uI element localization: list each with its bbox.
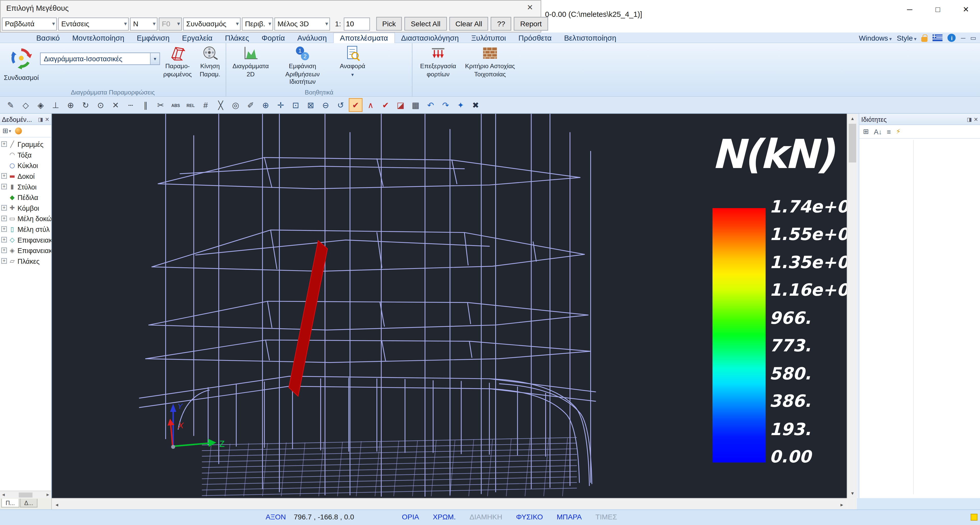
toolbar-icon[interactable]: ✕	[109, 98, 123, 112]
scroll-thumb[interactable]	[19, 492, 32, 497]
ribbon-tab[interactable]: Ξυλότυποι	[465, 32, 512, 43]
viewport-vscrollbar[interactable]: ▲ ▼	[847, 114, 857, 498]
categorized-view-icon[interactable]: ⊞	[863, 127, 869, 135]
tree-expander[interactable]: +	[1, 226, 7, 232]
scroll-left-arrow[interactable]: ◄	[1, 493, 6, 497]
toolbar-icon[interactable]: ⊖	[319, 98, 332, 112]
toolbar-icon[interactable]: ✔	[379, 98, 393, 112]
diagrams-2d-button[interactable]: Διαγράμματα 2D	[230, 45, 271, 78]
tree-item[interactable]: + ╱ Γραμμές	[0, 138, 51, 150]
lock-icon[interactable]	[921, 37, 928, 41]
toolbar-icon[interactable]: ◇	[19, 98, 32, 112]
pin-icon[interactable]: ◨	[967, 116, 972, 122]
lightning-icon[interactable]: ⚡	[896, 127, 901, 135]
ribbon-tab[interactable]: Πρόσθετα	[512, 32, 558, 43]
masonry-failure-criterion-button[interactable]: Κριτήριο Αστοχίας Τοιχοποιίας	[463, 45, 517, 78]
toolbar-icon[interactable]: ∧	[364, 98, 377, 112]
tree-expander[interactable]: +	[1, 247, 7, 253]
toolbar-icon[interactable]: ◎	[229, 98, 242, 112]
panel-splitter[interactable]	[857, 114, 859, 498]
dialog-select[interactable]: Περιβ.	[242, 17, 273, 30]
toolbar-icon[interactable]: REL	[184, 98, 197, 112]
show-numbering-button[interactable]: 1 2 Εμφάνιση Αριθμήσεων Ιδιοτήτων	[272, 45, 332, 86]
tree-expander[interactable]: +	[1, 215, 7, 221]
toolbar-icon[interactable]: ✔	[349, 98, 363, 112]
ribbon-tab[interactable]: Ανάλυση	[291, 32, 333, 43]
dialog-select[interactable]: F0	[159, 17, 182, 30]
style-menu[interactable]: Style	[897, 34, 916, 41]
toolbar-icon[interactable]: ╳	[214, 98, 228, 112]
vscroll-thumb[interactable]	[849, 124, 856, 163]
scroll-right-arrow[interactable]: ►	[837, 500, 847, 509]
viewport-hscrollbar[interactable]: ◄ ►	[52, 498, 847, 509]
toolbar-icon[interactable]: ✖	[469, 98, 482, 112]
pin-icon[interactable]: ◨	[38, 116, 43, 122]
ribbon-minimize-icon[interactable]: ─	[961, 35, 965, 41]
toolbar-icon[interactable]: ✦	[453, 98, 468, 112]
alert-indicator[interactable]	[970, 514, 977, 521]
ribbon-tab[interactable]: Βασικό	[30, 32, 66, 43]
scroll-left-arrow[interactable]: ◄	[52, 500, 62, 509]
toolbar-icon[interactable]: ∥	[139, 98, 153, 112]
toolbar-icon[interactable]: ✐	[244, 98, 258, 112]
scroll-up-arrow[interactable]: ▲	[848, 114, 858, 123]
toolbar-icon[interactable]: ↶	[424, 98, 438, 112]
tree-view-icon[interactable]: ⊞▾	[3, 127, 11, 135]
toolbar-icon[interactable]: ⊙	[94, 98, 107, 112]
ribbon-tab[interactable]: Πλάκες	[219, 32, 255, 43]
dialog-button[interactable]: Clear All	[449, 17, 488, 31]
dialog-button[interactable]: Select All	[405, 17, 447, 31]
panel-scrollbar[interactable]: ◄ ►	[0, 490, 51, 498]
ribbon-tab[interactable]: Εργαλεία	[176, 32, 219, 43]
dialog-select[interactable]: Συνδυασμός	[183, 17, 240, 30]
sort-az-icon[interactable]: A↓	[874, 128, 882, 135]
window-maximize-button[interactable]: □	[924, 0, 952, 19]
tree-expander[interactable]: +	[1, 173, 7, 179]
toolbar-icon[interactable]: ✛	[274, 98, 288, 112]
scroll-right-arrow[interactable]: ►	[46, 493, 50, 497]
panel-bottom-tab[interactable]: Π...	[1, 499, 19, 508]
toolbar-icon[interactable]: ✂	[154, 98, 167, 112]
toolbar-icon[interactable]: ⊠	[304, 98, 318, 112]
dialog-button[interactable]: ??	[491, 17, 511, 31]
tree-item[interactable]: ○ Κύκλοι	[0, 160, 51, 171]
status-toggle[interactable]: ΤΙΜΕΣ	[595, 513, 617, 520]
deformed-shape-button[interactable]: Παραμο- ρφωμένος	[161, 45, 194, 78]
toolbar-icon[interactable]: ✎	[4, 98, 18, 112]
tree-item[interactable]: + ▱ Πλάκες	[0, 256, 51, 266]
dialog-button[interactable]: Report	[514, 17, 548, 31]
toolbar-icon[interactable]: ↻	[79, 98, 92, 112]
tree-item[interactable]: + ▮ Στύλοι	[0, 181, 51, 192]
favorites-icon[interactable]	[15, 127, 22, 134]
chevron-down-icon[interactable]: ▾	[150, 53, 159, 64]
tree-item[interactable]: + ▯ Μέλη στύλ	[0, 224, 51, 234]
diagram-combo[interactable]: Διαγράμματα-Ισοστασικές ▾	[40, 52, 160, 65]
tree-item[interactable]: ◆ Πέδιλα	[0, 192, 51, 202]
report-button[interactable]: Αναφορά	[334, 45, 371, 79]
tree-expander[interactable]: +	[1, 237, 7, 243]
window-close-button[interactable]: ✕	[952, 0, 980, 19]
tree-item[interactable]: + ◇ Επιφανειακ	[0, 234, 51, 245]
dialog-select[interactable]: Μέλος 3D	[274, 17, 330, 30]
toolbar-icon[interactable]: ↷	[439, 98, 453, 112]
combinations-button[interactable]: Συνδυασμοί	[4, 46, 39, 81]
toolbar-icon[interactable]: ABS	[169, 98, 183, 112]
tree-expander[interactable]: +	[1, 258, 7, 264]
status-toggle[interactable]: ΧΡΩΜ.	[433, 513, 456, 520]
ribbon-tab[interactable]: Φορτία	[255, 32, 291, 43]
toolbar-icon[interactable]: #	[199, 98, 213, 112]
panel-bottom-tab[interactable]: Δ...	[20, 499, 38, 508]
toolbar-icon[interactable]: ⊥	[49, 98, 62, 112]
list-view-icon[interactable]: ≡	[887, 128, 891, 135]
toolbar-icon[interactable]: ┄	[124, 98, 138, 112]
windows-menu[interactable]: Windows	[859, 34, 892, 41]
animate-deformation-button[interactable]: Κίνηση Παραμ.	[195, 45, 225, 78]
toolbar-icon[interactable]: ⊕	[259, 98, 273, 112]
window-minimize-button[interactable]: ─	[896, 0, 924, 19]
close-icon[interactable]: ✕	[45, 116, 49, 122]
ribbon-tab[interactable]: Μοντελοποίηση	[66, 32, 130, 43]
ribbon-tab[interactable]: Εμφάνιση	[130, 32, 176, 43]
tree-item[interactable]: + ▬ Δοκοί	[0, 170, 51, 181]
status-toggle[interactable]: ΔΙΑΜΗΚΗ	[469, 513, 502, 520]
scroll-down-arrow[interactable]: ▼	[848, 489, 858, 498]
